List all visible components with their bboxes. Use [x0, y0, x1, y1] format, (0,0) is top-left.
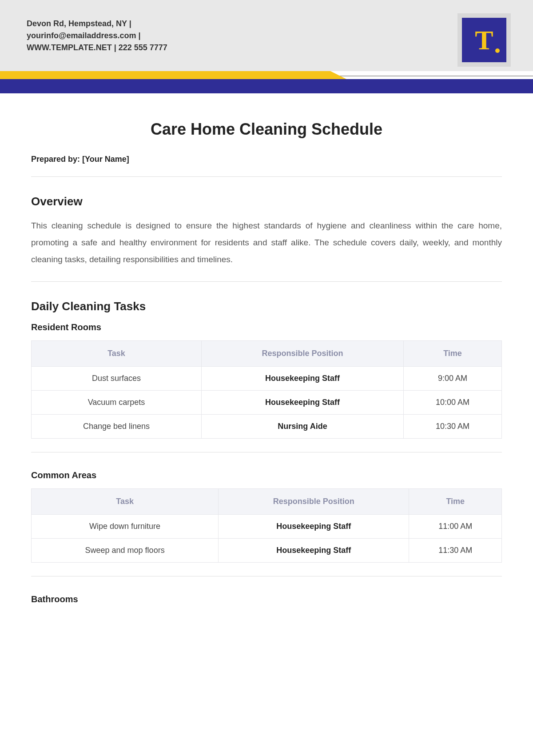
contact-info: Devon Rd, Hempstead, NY | yourinfo@email…	[27, 18, 167, 54]
table-common-areas: Task Responsible Position Time Wipe down…	[31, 488, 502, 563]
document-body: Care Home Cleaning Schedule Prepared by:…	[0, 93, 533, 630]
cell-task: Change bed linens	[32, 415, 202, 439]
table-row: Vacuum carpets Housekeeping Staff 10:00 …	[32, 391, 502, 415]
cell-resp: Nursing Aide	[202, 415, 404, 439]
section-heading-overview: Overview	[31, 195, 502, 208]
subsection-common-areas: Common Areas	[31, 470, 502, 480]
cell-time: 11:00 AM	[409, 515, 502, 539]
gray-line	[330, 76, 533, 76]
overview-text: This cleaning schedule is designed to en…	[31, 217, 502, 268]
divider	[31, 576, 502, 576]
cell-resp: Housekeeping Staff	[202, 391, 404, 415]
table-row: Wipe down furniture Housekeeping Staff 1…	[32, 515, 502, 539]
subsection-resident-rooms: Resident Rooms	[31, 322, 502, 332]
col-resp: Responsible Position	[219, 489, 409, 515]
cell-task: Vacuum carpets	[32, 391, 202, 415]
table-row: Change bed linens Nursing Aide 10:30 AM	[32, 415, 502, 439]
section-heading-daily: Daily Cleaning Tasks	[31, 300, 502, 313]
cell-resp: Housekeeping Staff	[219, 539, 409, 563]
cell-resp: Housekeeping Staff	[202, 367, 404, 391]
divider	[31, 281, 502, 282]
col-task: Task	[32, 341, 202, 367]
table-resident-rooms: Task Responsible Position Time Dust surf…	[31, 340, 502, 439]
subsection-bathrooms: Bathrooms	[31, 594, 502, 604]
col-resp: Responsible Position	[202, 341, 404, 367]
header-accent-bars	[0, 71, 533, 93]
cell-time: 9:00 AM	[403, 367, 501, 391]
divider	[31, 176, 502, 177]
blue-bar	[0, 79, 533, 93]
logo-dot-icon	[495, 48, 500, 53]
logo-letter: T	[475, 26, 493, 54]
col-time: Time	[403, 341, 501, 367]
cell-task: Dust surfaces	[32, 367, 202, 391]
cell-time: 10:00 AM	[403, 391, 501, 415]
contact-line: yourinfo@emailaddress.com |	[27, 30, 167, 42]
table-row: Dust surfaces Housekeeping Staff 9:00 AM	[32, 367, 502, 391]
yellow-bar	[0, 71, 330, 80]
prepared-by: Prepared by: [Your Name]	[31, 155, 502, 164]
cell-time: 11:30 AM	[409, 539, 502, 563]
cell-resp: Housekeeping Staff	[219, 515, 409, 539]
contact-line: WWW.TEMPLATE.NET | 222 555 7777	[27, 42, 167, 54]
table-row: Sweep and mop floors Housekeeping Staff …	[32, 539, 502, 563]
divider	[31, 452, 502, 452]
cell-time: 10:30 AM	[403, 415, 501, 439]
page-title: Care Home Cleaning Schedule	[31, 120, 502, 139]
contact-line: Devon Rd, Hempstead, NY |	[27, 18, 167, 30]
col-task: Task	[32, 489, 219, 515]
cell-task: Sweep and mop floors	[32, 539, 219, 563]
logo: T	[462, 18, 506, 62]
col-time: Time	[409, 489, 502, 515]
document-header: Devon Rd, Hempstead, NY | yourinfo@email…	[0, 0, 533, 71]
cell-task: Wipe down furniture	[32, 515, 219, 539]
